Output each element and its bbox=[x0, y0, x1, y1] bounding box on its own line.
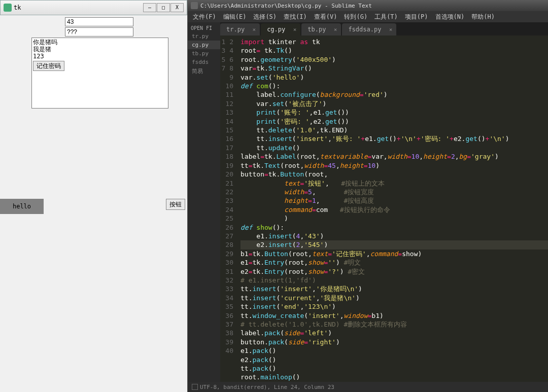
main-button[interactable]: 按钮 bbox=[166, 199, 185, 210]
menu-item[interactable]: 选择(S) bbox=[250, 12, 280, 22]
text-line: 123 bbox=[33, 53, 44, 60]
st-sidebar: OPEN FI tr.pycg.pytb.pyfsdds简易 bbox=[188, 22, 220, 382]
close-icon[interactable]: × bbox=[253, 26, 256, 33]
editor-tab[interactable]: tb.py× bbox=[301, 23, 341, 35]
menu-item[interactable]: 工具(T) bbox=[371, 12, 401, 22]
text-line: 我是猪 bbox=[33, 46, 51, 53]
remember-password-button[interactable]: 记住密码 bbox=[33, 61, 64, 71]
st-title: C:\Users\Administrator\Desktop\cg.py - S… bbox=[200, 3, 372, 9]
maximize-button[interactable]: □ bbox=[157, 3, 170, 12]
menu-item[interactable]: 帮助(H) bbox=[468, 12, 498, 22]
minimize-button[interactable]: — bbox=[143, 3, 156, 12]
sidebar-file[interactable]: tr.py bbox=[188, 32, 220, 41]
tk-titlebar[interactable]: tk — □ X bbox=[0, 0, 187, 15]
tab-label: tb.py bbox=[307, 26, 326, 33]
sublime-app-icon bbox=[191, 2, 198, 9]
sidebar-file[interactable]: fsdds bbox=[188, 58, 220, 66]
sidebar-file[interactable]: cg.py bbox=[188, 41, 220, 49]
text-line: 你是猪吗 bbox=[33, 39, 57, 46]
tk-title: tk bbox=[14, 4, 21, 11]
tk-text-widget[interactable]: 你是猪吗 我是猪 123 记住密码 bbox=[31, 38, 168, 109]
menu-item[interactable]: 首选项(N) bbox=[432, 12, 468, 22]
tab-label: tr.py bbox=[226, 26, 245, 33]
entry-e1[interactable] bbox=[65, 17, 133, 26]
st-menubar: 文件(F)编辑(E)选择(S)查找(I)查看(V)转到(G)工具(T)项目(P)… bbox=[188, 11, 548, 22]
tab-label: cg.py bbox=[267, 26, 285, 33]
menu-item[interactable]: 文件(F) bbox=[190, 12, 219, 22]
tkinter-window: tk — □ X 你是猪吗 我是猪 123 记住密码 hello 按钮 bbox=[0, 0, 188, 392]
status-icon bbox=[192, 384, 198, 390]
close-icon[interactable]: × bbox=[389, 26, 393, 33]
editor-tab[interactable]: tr.py× bbox=[220, 23, 260, 35]
sidebar-file[interactable]: 简易 bbox=[188, 66, 220, 76]
line-gutter: 1 2 3 4 5 6 7 8 9 10 11 12 13 14 15 16 1… bbox=[220, 35, 236, 382]
menu-item[interactable]: 查找(I) bbox=[281, 12, 310, 22]
menu-item[interactable]: 查看(V) bbox=[311, 12, 340, 22]
hello-label: hello bbox=[0, 199, 44, 214]
sidebar-file[interactable]: tb.py bbox=[188, 49, 220, 58]
entry-e2[interactable] bbox=[65, 27, 133, 37]
editor-tab[interactable]: cg.py× bbox=[261, 23, 300, 35]
code-editor[interactable]: import tkinter as tk root= tk.Tk() root.… bbox=[236, 35, 548, 382]
st-tabs: tr.py×cg.py×tb.py×fsddsa.py× bbox=[220, 22, 548, 35]
sidebar-header: OPEN FI bbox=[188, 24, 220, 32]
tk-app-icon bbox=[4, 4, 12, 12]
menu-item[interactable]: 编辑(E) bbox=[220, 12, 250, 22]
close-icon[interactable]: × bbox=[293, 26, 297, 33]
menu-item[interactable]: 项目(P) bbox=[402, 12, 431, 22]
close-button[interactable]: X bbox=[170, 3, 184, 12]
st-titlebar[interactable]: C:\Users\Administrator\Desktop\cg.py - S… bbox=[188, 0, 548, 11]
sublime-window: C:\Users\Administrator\Desktop\cg.py - S… bbox=[188, 0, 548, 392]
tk-body: 你是猪吗 我是猪 123 记住密码 hello 按钮 bbox=[0, 15, 187, 392]
editor-tab[interactable]: fsddsa.py× bbox=[342, 23, 396, 35]
status-bar: UTF-8, bandit(erred), Line 24, Column 23 bbox=[188, 382, 548, 392]
status-text: UTF-8, bandit(erred), Line 24, Column 23 bbox=[200, 384, 334, 390]
menu-item[interactable]: 转到(G) bbox=[341, 12, 370, 22]
tab-label: fsddsa.py bbox=[348, 26, 381, 33]
close-icon[interactable]: × bbox=[334, 26, 337, 33]
